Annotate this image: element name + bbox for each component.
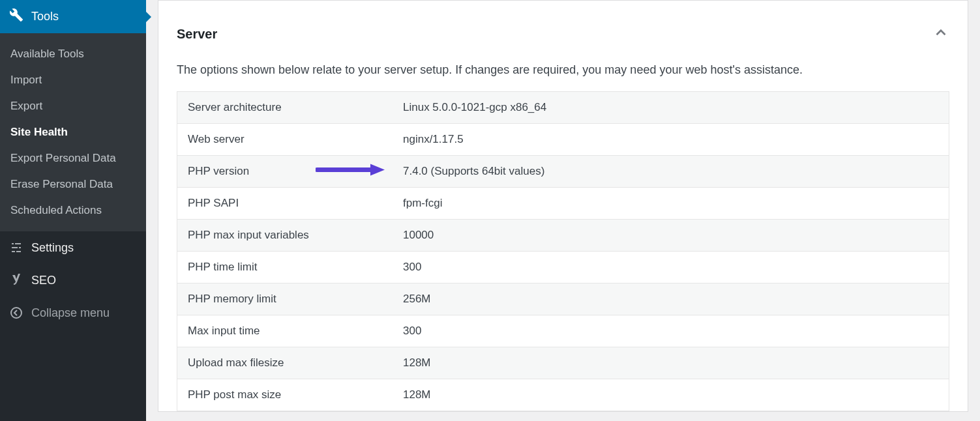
admin-sidebar: Tools Available Tools Import Export Site…: [0, 0, 146, 421]
table-row: Server architectureLinux 5.0.0-1021-gcp …: [177, 92, 949, 124]
sidebar-item-available-tools[interactable]: Available Tools: [0, 41, 146, 67]
panel-title: Server: [177, 27, 217, 42]
table-row: PHP version7.4.0 (Supports 64bit values): [177, 156, 949, 188]
table-row: PHP memory limit256M: [177, 283, 949, 315]
row-value: 300: [403, 325, 938, 338]
row-value: 128M: [403, 388, 938, 401]
row-label: PHP time limit: [188, 261, 403, 274]
sidebar-tools-header[interactable]: Tools: [0, 0, 146, 33]
table-row: Web servernginx/1.17.5: [177, 124, 949, 156]
sidebar-item-scheduled-actions[interactable]: Scheduled Actions: [0, 197, 146, 224]
row-value: nginx/1.17.5: [403, 133, 938, 146]
yoast-icon: [9, 273, 23, 287]
table-row: PHP post max size128M: [177, 379, 949, 411]
sidebar-item-label: Site Health: [10, 126, 68, 138]
row-label: Server architecture: [188, 101, 403, 114]
sidebar-item-seo[interactable]: SEO: [0, 264, 146, 297]
row-label: Web server: [188, 133, 403, 146]
row-label: PHP max input variables: [188, 229, 403, 242]
sidebar-seo-label: SEO: [31, 274, 56, 287]
table-row: PHP time limit300: [177, 252, 949, 283]
sidebar-tools-submenu: Available Tools Import Export Site Healt…: [0, 33, 146, 231]
row-value: 256M: [403, 293, 938, 306]
sidebar-collapse-label: Collapse menu: [31, 306, 110, 320]
table-row: Max input time300: [177, 315, 949, 347]
row-label: Upload max filesize: [188, 356, 403, 370]
server-panel: Server The options shown below relate to…: [158, 0, 968, 412]
panel-header[interactable]: Server: [158, 16, 968, 57]
wrench-icon: [9, 8, 23, 25]
sidebar-item-label: Import: [10, 74, 42, 86]
sidebar-item-export[interactable]: Export: [0, 93, 146, 119]
row-value: 300: [403, 261, 938, 274]
sidebar-item-erase-personal-data[interactable]: Erase Personal Data: [0, 171, 146, 197]
table-row: PHP max input variables10000: [177, 220, 949, 252]
sidebar-collapse-menu[interactable]: Collapse menu: [0, 297, 146, 329]
row-label: PHP memory limit: [188, 293, 403, 306]
chevron-up-icon: [932, 24, 949, 44]
row-label: PHP version: [188, 165, 403, 178]
main-content: Server The options shown below relate to…: [146, 0, 980, 421]
row-label: Max input time: [188, 325, 403, 338]
row-label: PHP post max size: [188, 388, 403, 401]
row-value: fpm-fcgi: [403, 197, 938, 210]
row-label: PHP SAPI: [188, 197, 403, 210]
row-value: 7.4.0 (Supports 64bit values): [403, 165, 938, 178]
sidebar-item-label: Scheduled Actions: [10, 204, 102, 216]
sidebar-item-label: Export: [10, 100, 42, 112]
sidebar-settings-label: Settings: [31, 241, 74, 255]
svg-point-0: [11, 308, 22, 318]
sidebar-item-label: Export Personal Data: [10, 152, 116, 164]
panel-description: The options shown below relate to your s…: [158, 57, 968, 91]
sidebar-tools-label: Tools: [31, 10, 59, 23]
sidebar-item-label: Erase Personal Data: [10, 178, 113, 190]
row-value: 128M: [403, 356, 938, 370]
sidebar-item-export-personal-data[interactable]: Export Personal Data: [0, 145, 146, 171]
sidebar-item-label: Available Tools: [10, 48, 84, 60]
sidebar-item-import[interactable]: Import: [0, 67, 146, 93]
server-info-table: Server architectureLinux 5.0.0-1021-gcp …: [177, 91, 949, 411]
sliders-icon: [9, 240, 23, 255]
table-row: Upload max filesize128M: [177, 347, 949, 379]
sidebar-item-settings[interactable]: Settings: [0, 231, 146, 264]
row-value: Linux 5.0.0-1021-gcp x86_64: [403, 101, 938, 114]
sidebar-item-site-health[interactable]: Site Health: [0, 119, 146, 145]
collapse-icon: [9, 306, 23, 320]
table-row: PHP SAPIfpm-fcgi: [177, 188, 949, 220]
row-value: 10000: [403, 229, 938, 242]
